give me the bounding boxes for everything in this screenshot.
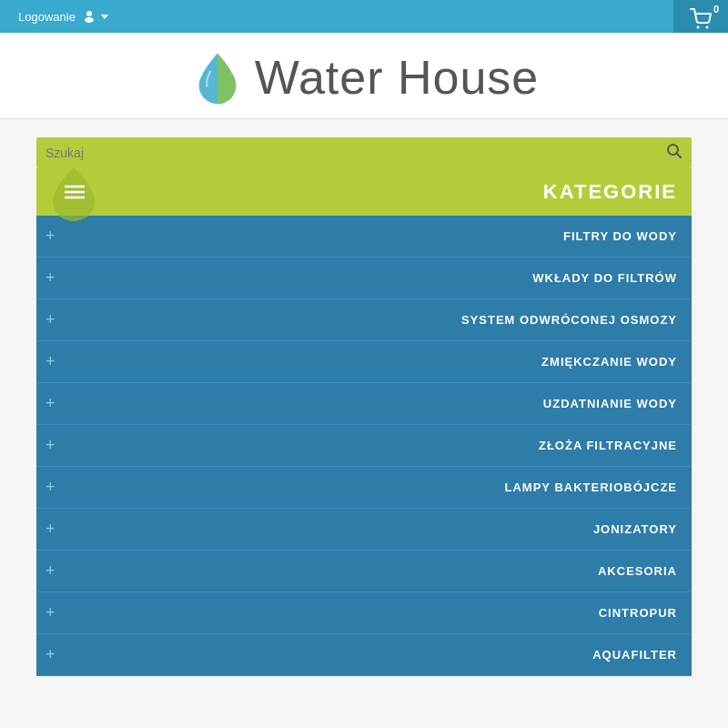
svg-point-3 [706, 26, 709, 29]
svg-point-0 [86, 11, 92, 16]
menu-icon-wrapper[interactable] [51, 168, 98, 216]
category-section: KATEGORIE + FILTRY DO WODY + WKŁADY DO F… [36, 168, 692, 676]
category-item[interactable]: + CINTROPUR [36, 592, 692, 634]
logo-icon [189, 49, 246, 106]
category-label: AQUAFILTER [65, 648, 677, 662]
category-item[interactable]: + JONIZATORY [36, 509, 692, 551]
login-button[interactable]: Logowanie [0, 10, 108, 24]
top-bar: Logowanie 0 [0, 0, 728, 33]
category-plus-icon: + [46, 645, 56, 664]
category-plus-icon: + [46, 561, 56, 581]
category-item[interactable]: + ZŁOŻA FILTRACYJNE [36, 425, 692, 467]
category-label: JONIZATORY [65, 522, 677, 536]
search-input[interactable] [46, 146, 666, 160]
category-label: ZŁOŻA FILTRACYJNE [65, 439, 677, 452]
category-plus-icon: + [46, 310, 56, 329]
logo-first-word: Water [255, 51, 384, 104]
login-label: Logowanie [18, 10, 76, 24]
category-label: FILTRY DO WODY [65, 229, 677, 243]
category-label: LAMPY BAKTERIOBÓJCZE [65, 480, 677, 494]
category-item[interactable]: + WKŁADY DO FILTRÓW [36, 258, 692, 299]
cart-count: 0 [713, 4, 719, 15]
category-label: CINTROPUR [65, 606, 677, 620]
logo-area: Water House [0, 33, 728, 119]
cart-icon [690, 8, 712, 30]
category-plus-icon: + [46, 394, 56, 413]
site-name: Water House [255, 50, 540, 105]
category-label: ZMIĘKCZANIE WODY [65, 355, 677, 369]
svg-line-5 [677, 154, 682, 158]
category-label: SYSTEM ODWRÓCONEJ OSMOZY [65, 313, 677, 327]
hamburger-icon [65, 185, 85, 199]
categories-heading: KATEGORIE [98, 180, 677, 204]
category-plus-icon: + [46, 478, 56, 497]
logo-second-word: House [398, 51, 539, 104]
cart-button[interactable]: 0 [673, 0, 728, 33]
category-plus-icon: + [46, 436, 56, 455]
category-label: WKŁADY DO FILTRÓW [65, 271, 677, 285]
category-plus-icon: + [46, 603, 56, 622]
category-item[interactable]: + SYSTEM ODWRÓCONEJ OSMOZY [36, 299, 692, 341]
category-plus-icon: + [46, 227, 56, 246]
category-list: + FILTRY DO WODY + WKŁADY DO FILTRÓW + S… [36, 216, 692, 676]
category-label: UZDATNIANIE WODY [65, 397, 677, 410]
svg-point-1 [85, 17, 94, 23]
category-item[interactable]: + AKCESORIA [36, 551, 692, 592]
category-item[interactable]: + LAMPY BAKTERIOBÓJCZE [36, 467, 692, 509]
category-item[interactable]: + UZDATNIANIE WODY [36, 383, 692, 425]
svg-point-2 [697, 26, 700, 29]
category-header: KATEGORIE [36, 168, 692, 216]
search-button[interactable] [666, 143, 682, 163]
caret-icon [101, 15, 108, 19]
category-label: AKCESORIA [65, 564, 677, 578]
category-item[interactable]: + ZMIĘKCZANIE WODY [36, 341, 692, 383]
person-icon [83, 10, 96, 23]
category-plus-icon: + [46, 268, 56, 288]
category-item[interactable]: + AQUAFILTER [36, 634, 692, 676]
category-item[interactable]: + FILTRY DO WODY [36, 216, 692, 258]
search-icon [666, 143, 682, 159]
category-plus-icon: + [46, 520, 56, 539]
search-bar [36, 137, 692, 168]
category-plus-icon: + [46, 352, 56, 371]
